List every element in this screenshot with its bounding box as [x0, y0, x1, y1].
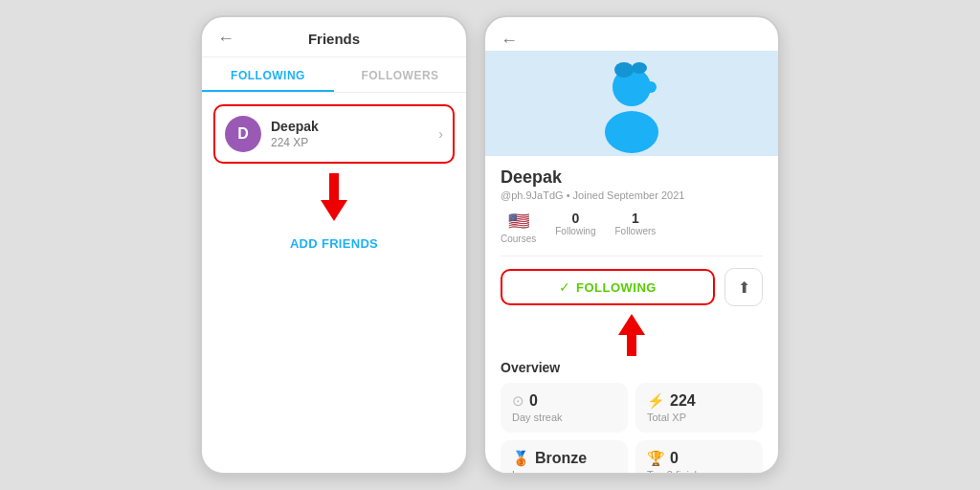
following-label: Following — [555, 226, 595, 236]
flag-icon: 🇺🇸 — [508, 211, 529, 232]
svg-point-4 — [632, 62, 647, 74]
courses-label: Courses — [501, 234, 536, 244]
friend-item-deepak[interactable]: D Deepak 224 XP › — [213, 104, 455, 164]
streak-icon: ⊙ — [512, 392, 524, 410]
streak-value: 0 — [529, 392, 538, 410]
stat-followers: 1 Followers — [615, 211, 657, 244]
profile-handle: @ph.9JaTdG — [501, 189, 564, 201]
right-arrow-head — [618, 314, 645, 335]
overview-grid: ⊙ 0 Day streak ⚡ 224 Total XP 🥉 — [501, 383, 763, 475]
tab-followers[interactable]: FOLLOWERS — [334, 57, 466, 92]
profile-stats: 🇺🇸 Courses 0 Following 1 Followers — [501, 211, 763, 256]
xp-value: 224 — [670, 392, 696, 410]
page-title: Friends — [308, 31, 360, 47]
friends-header: ← Friends — [202, 17, 466, 57]
profile-info: Deepak @ph.9JaTdG • Joined September 202… — [485, 156, 778, 256]
profile-actions: ✓ FOLLOWING ⬆ — [485, 256, 778, 318]
following-btn-label: FOLLOWING — [576, 280, 657, 295]
friend-list: D Deepak 224 XP › ADD FRIENDS — [202, 93, 466, 262]
league-label: League — [512, 469, 616, 475]
league-icon: 🥉 — [512, 450, 530, 467]
left-phone: ← Friends FOLLOWING FOLLOWERS D Deepak 2… — [200, 15, 468, 475]
followers-count: 1 — [632, 211, 639, 226]
arrow-shaft — [329, 173, 339, 200]
tabs-bar: FOLLOWING FOLLOWERS — [202, 57, 466, 93]
followers-label: Followers — [615, 226, 657, 236]
xp-icon: ⚡ — [647, 392, 665, 410]
friend-xp: 224 XP — [271, 136, 438, 149]
profile-avatar-svg — [593, 60, 670, 156]
svg-point-1 — [605, 111, 658, 153]
overview-title: Overview — [501, 360, 763, 375]
overview-section: Overview ⊙ 0 Day streak ⚡ 224 Total — [485, 360, 778, 475]
profile-dot: • — [567, 189, 573, 201]
svg-point-2 — [645, 81, 657, 93]
right-phone: ← Deepak @ph.9JaTdG • Joined Septemb — [483, 15, 780, 475]
profile-meta: @ph.9JaTdG • Joined September 2021 — [501, 189, 763, 201]
check-icon: ✓ — [559, 279, 570, 295]
overview-card-streak: ⊙ 0 Day streak — [501, 383, 628, 433]
share-icon: ⬆ — [738, 278, 750, 297]
avatar: D — [225, 116, 261, 152]
league-value: Bronze — [535, 450, 587, 467]
right-arrow-annotation — [485, 314, 778, 356]
svg-point-3 — [614, 62, 634, 78]
profile-banner — [485, 51, 778, 156]
xp-label: Total XP — [647, 412, 751, 423]
overview-card-league: 🥉 Bronze League — [501, 440, 628, 475]
right-back-button[interactable]: ← — [501, 31, 518, 51]
chevron-right-icon: › — [438, 126, 443, 142]
top3-label: Top 3 finishes — [647, 469, 751, 475]
arrow-annotation — [213, 173, 455, 221]
back-button[interactable]: ← — [217, 29, 234, 49]
arrow-head — [321, 200, 347, 221]
right-arrow-shaft — [627, 335, 636, 356]
tab-following[interactable]: FOLLOWING — [202, 57, 334, 92]
friend-info: Deepak 224 XP — [271, 119, 438, 149]
top3-value: 0 — [670, 450, 679, 467]
top3-icon: 🏆 — [647, 450, 665, 467]
share-button[interactable]: ⬆ — [724, 268, 763, 306]
following-count: 0 — [571, 211, 579, 226]
following-button[interactable]: ✓ FOLLOWING — [501, 269, 715, 305]
overview-card-xp: ⚡ 224 Total XP — [635, 383, 763, 433]
friend-name: Deepak — [271, 119, 438, 134]
add-friends-button[interactable]: ADD FRIENDS — [213, 221, 455, 251]
profile-joined: Joined September 2021 — [573, 189, 685, 201]
stat-following: 0 Following — [555, 211, 595, 244]
profile-name: Deepak — [501, 167, 763, 188]
stat-courses: 🇺🇸 Courses — [501, 211, 536, 244]
streak-label: Day streak — [512, 412, 616, 423]
right-header: ← — [485, 17, 778, 51]
overview-card-top3: 🏆 0 Top 3 finishes — [635, 440, 763, 475]
